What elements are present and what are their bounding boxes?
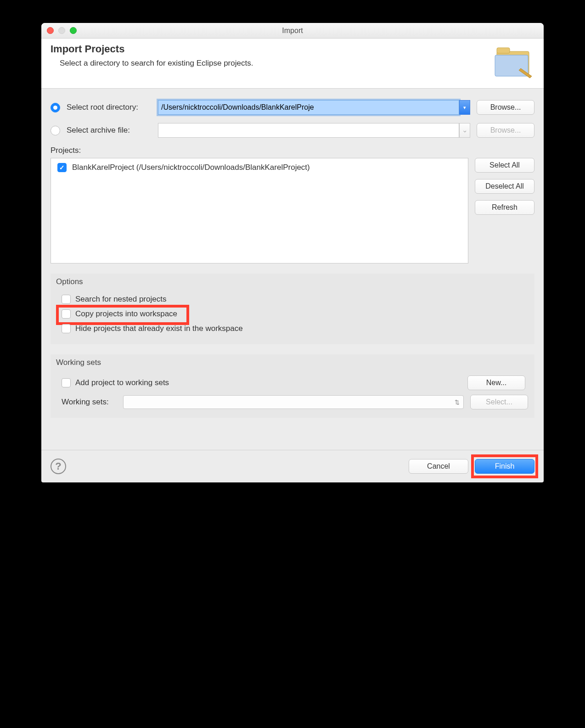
titlebar: Import <box>41 23 544 39</box>
deselect-all-button[interactable]: Deselect All <box>475 179 534 194</box>
select-all-button[interactable]: Select All <box>475 158 534 173</box>
search-nested-label: Search for nested projects <box>75 295 166 304</box>
root-directory-label: Select root directory: <box>67 103 152 112</box>
projects-list[interactable]: BlankKarelProject (/Users/nicktroccoli/D… <box>51 158 468 263</box>
archive-file-radio[interactable] <box>51 126 60 135</box>
search-nested-checkbox[interactable] <box>62 295 71 304</box>
root-directory-input[interactable] <box>158 100 459 115</box>
archive-file-row: Select archive file: ⌵ Browse... <box>51 123 534 138</box>
help-icon[interactable]: ? <box>51 459 66 474</box>
copy-workspace-row: Copy projects into workspace <box>57 307 528 321</box>
browse-root-button[interactable]: Browse... <box>477 100 534 115</box>
root-directory-input-group: ▾ <box>158 100 470 115</box>
browse-archive-button: Browse... <box>477 123 534 138</box>
copy-workspace-checkbox[interactable] <box>62 309 71 319</box>
new-working-set-button[interactable]: New... <box>467 375 525 390</box>
working-sets-select-row: Working sets: ⇅ Select... <box>57 395 528 409</box>
hide-existing-label: Hide projects that already exist in the … <box>75 324 243 333</box>
archive-file-input-group: ⌵ <box>158 123 470 138</box>
add-working-set-label: Add project to working sets <box>75 378 169 387</box>
dialog-subtitle: Select a directory to search for existin… <box>51 59 484 68</box>
root-directory-row: Select root directory: ▾ Browse... <box>51 100 534 115</box>
finish-button[interactable]: Finish <box>475 459 534 474</box>
updown-icon: ⇅ <box>455 399 460 406</box>
window-title: Import <box>41 27 544 35</box>
dialog-header: Import Projects Select a directory to se… <box>41 39 544 89</box>
import-dialog: Import Import Projects Select a director… <box>41 23 544 482</box>
list-item[interactable]: BlankKarelProject (/Users/nicktroccoli/D… <box>54 161 465 174</box>
svg-rect-1 <box>497 48 510 53</box>
dialog-heading: Import Projects <box>51 43 484 55</box>
working-sets-title: Working sets <box>56 358 528 367</box>
working-sets-group: Working sets Add project to working sets… <box>51 354 534 418</box>
dialog-content: Select root directory: ▾ Browse... Selec… <box>41 89 544 450</box>
select-working-set-button: Select... <box>470 395 528 409</box>
options-group: Options Search for nested projects Copy … <box>51 274 534 344</box>
add-working-set-checkbox[interactable] <box>62 378 71 387</box>
options-group-title: Options <box>56 277 528 286</box>
copy-workspace-label: Copy projects into workspace <box>75 309 177 319</box>
hide-existing-row: Hide projects that already exist in the … <box>57 321 528 336</box>
projects-label: Projects: <box>51 146 534 155</box>
import-folder-icon <box>493 43 534 80</box>
search-nested-row: Search for nested projects <box>57 292 528 307</box>
add-working-set-row: Add project to working sets New... <box>57 373 528 393</box>
archive-file-dropdown-icon[interactable]: ⌵ <box>459 123 470 138</box>
cancel-button[interactable]: Cancel <box>409 459 468 474</box>
root-directory-dropdown-icon[interactable]: ▾ <box>459 100 470 115</box>
archive-file-label: Select archive file: <box>67 126 152 135</box>
working-sets-combo-label: Working sets: <box>62 398 117 407</box>
projects-area: BlankKarelProject (/Users/nicktroccoli/D… <box>51 158 534 263</box>
refresh-button[interactable]: Refresh <box>475 200 534 215</box>
projects-button-column: Select All Deselect All Refresh <box>475 158 534 263</box>
project-checkbox[interactable] <box>57 163 67 172</box>
working-sets-combo[interactable]: ⇅ <box>123 395 464 409</box>
archive-file-input[interactable] <box>158 123 459 138</box>
dialog-footer: ? Cancel Finish <box>41 450 544 482</box>
root-directory-radio[interactable] <box>51 103 60 112</box>
project-item-label: BlankKarelProject (/Users/nicktroccoli/D… <box>72 163 310 172</box>
hide-existing-checkbox[interactable] <box>62 324 71 333</box>
